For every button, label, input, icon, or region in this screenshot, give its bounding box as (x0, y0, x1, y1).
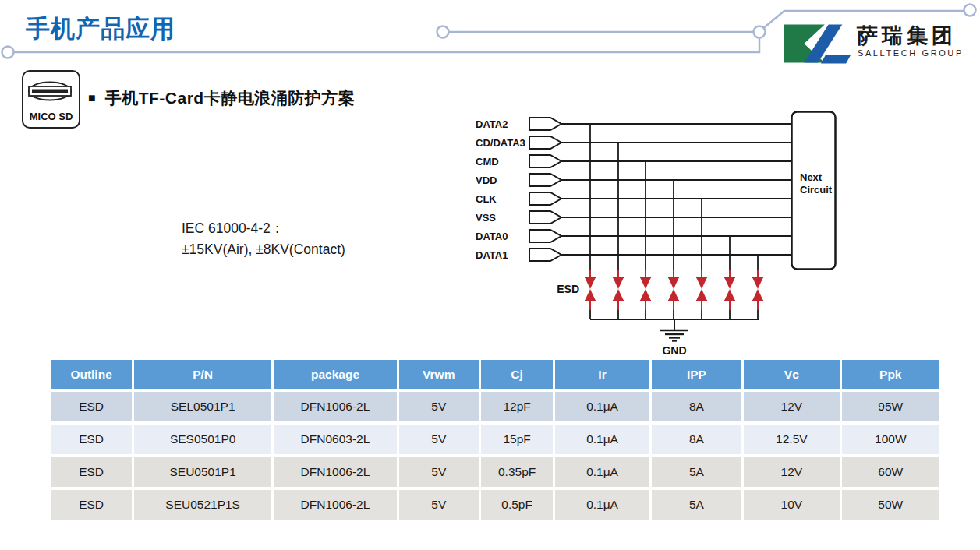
table-cell: 5A (652, 457, 745, 487)
table-cell: 10V (744, 490, 841, 520)
table-cell: SES0501P0 (134, 425, 274, 454)
esd-label: ESD (557, 283, 579, 295)
signal-label: DATA0 (476, 231, 508, 242)
table-header-cell: Ppk (842, 360, 939, 389)
table-header-cell: P/N (134, 360, 274, 389)
table-head: OutlineP/NpackageVrwmCjIrIPPVcPpk (51, 360, 939, 389)
signal-connector (529, 118, 561, 130)
tvs-diode-icon (585, 289, 596, 301)
sd-card-icon: MICO SD (22, 70, 80, 129)
table-cell: DFN1006-2L (274, 457, 399, 487)
table-cell: 5A (652, 490, 745, 520)
table-row: ESDSES0501P0DFN0603-2L5V15pF0.1μA8A12.5V… (51, 425, 939, 454)
tvs-diode-icon (696, 277, 707, 289)
table-cell: 12.5V (744, 425, 841, 454)
table-cell: 0.1μA (555, 392, 651, 421)
table-cell: SEL0501P1 (134, 392, 274, 421)
tvs-diode-icon (640, 277, 651, 289)
section-heading-row: ■ 手机TF-Card卡静电浪涌防护方案 (88, 87, 355, 109)
signal-label: VDD (476, 175, 497, 186)
table-cell: ESD (51, 457, 134, 487)
table-row: ESDSEL0501P1DFN1006-2L5V12pF0.1μA8A12V95… (51, 392, 939, 421)
table-cell: ESD (51, 490, 134, 520)
signal-label: CD/DATA3 (476, 137, 525, 149)
table-header-cell: Outline (51, 360, 134, 389)
logo-text-cn: 萨瑞集团 (857, 22, 957, 50)
table-cell: SEU0501P1 (134, 457, 274, 487)
table-cell: SEU0521P1S (134, 490, 274, 520)
section-heading: 手机TF-Card卡静电浪涌防护方案 (105, 87, 356, 109)
signal-label: CMD (476, 156, 499, 167)
circuit-diagram: DATA2CD/DATA3CMDVDDCLKVSSDATA0DATA1ESDGN… (468, 109, 850, 366)
table-header-cell: Cj (481, 360, 556, 389)
tvs-diode-icon (613, 277, 624, 289)
signal-connector (529, 136, 561, 149)
sd-card-label: MICO SD (23, 111, 79, 122)
table-row: ESDSEU0501P1DFN1006-2L5V0.35pF0.1μA5A12V… (51, 457, 939, 487)
signal-connector (529, 192, 561, 205)
tvs-diode-icon (640, 289, 651, 301)
table-cell: ESD (51, 425, 134, 454)
table-row: ESDSEU0521P1SDFN1006-2L5V0.5pF0.1μA5A10V… (51, 490, 939, 520)
table-cell: 12V (744, 392, 841, 421)
parts-table: OutlineP/NpackageVrwmCjIrIPPVcPpk ESDSEL… (51, 357, 939, 523)
tvs-diode-icon (696, 289, 707, 301)
page-title: 手机产品应用 (26, 12, 175, 45)
logo-text-en: SALLTECH GROUP (858, 48, 964, 58)
gnd-label: GND (662, 344, 686, 357)
tvs-diode-icon (724, 277, 735, 289)
company-logo: 萨瑞集团 SALLTECH GROUP (784, 20, 975, 65)
table-cell: 5V (399, 425, 481, 454)
signal-connector (529, 249, 561, 261)
logo-icon (784, 22, 852, 67)
table-cell: 0.35pF (481, 457, 556, 487)
table-cell: 100W (842, 425, 939, 454)
table-header-cell: package (274, 360, 399, 389)
table-header-cell: IPP (652, 360, 745, 389)
table-cell: 60W (842, 457, 939, 487)
table-cell: 95W (842, 392, 939, 421)
table-cell: 5V (399, 392, 481, 421)
table-cell: 8A (652, 425, 745, 454)
tvs-diode-icon (724, 289, 735, 301)
tvs-diode-icon (613, 289, 624, 301)
tvs-diode-icon (585, 277, 596, 289)
table-header-cell: Ir (555, 360, 651, 389)
signal-connector (529, 230, 561, 242)
next-circuit-label: Circuit (800, 184, 833, 196)
table-cell: DFN0603-2L (274, 425, 399, 454)
tvs-diode-icon (752, 277, 763, 289)
table-cell: 0.5pF (481, 490, 556, 520)
table-cell: 5V (399, 490, 481, 520)
signal-connector (529, 174, 561, 186)
table-cell: 0.1μA (555, 457, 651, 487)
table-header-cell: Vc (744, 360, 841, 389)
table-cell: 0.1μA (555, 490, 651, 520)
iec-line2: ±15KV(Air), ±8KV(Contact) (182, 239, 345, 260)
next-circuit-label: Next (800, 171, 823, 183)
iec-note: IEC 61000-4-2： ±15KV(Air), ±8KV(Contact) (182, 218, 345, 260)
signal-connector (529, 155, 561, 167)
tvs-diode-icon (668, 289, 679, 301)
signal-label: DATA2 (476, 118, 508, 130)
signal-label: CLK (476, 193, 497, 205)
signal-label: DATA1 (476, 249, 508, 261)
table-header-cell: Vrwm (399, 360, 481, 389)
table-cell: 0.1μA (555, 425, 651, 454)
table-body: ESDSEL0501P1DFN1006-2L5V12pF0.1μA8A12V95… (51, 392, 939, 520)
table-header-row: OutlineP/NpackageVrwmCjIrIPPVcPpk (51, 360, 939, 389)
signal-label: VSS (476, 212, 496, 224)
signal-connector (529, 211, 561, 224)
slide: 手机产品应用 萨瑞集团 SALLTECH GROUP MICO SD ■ 手机T… (0, 0, 980, 550)
table-cell: 12V (744, 457, 841, 487)
table-cell: DFN1006-2L (274, 392, 399, 421)
table-cell: 15pF (481, 425, 556, 454)
table-cell: DFN1006-2L (274, 490, 399, 520)
iec-line1: IEC 61000-4-2： (182, 218, 345, 239)
bullet-icon: ■ (88, 92, 96, 104)
tvs-diode-icon (668, 277, 679, 289)
table-cell: 8A (652, 392, 745, 421)
tvs-diode-icon (752, 289, 763, 301)
table-cell: ESD (51, 392, 134, 421)
table-cell: 5V (399, 457, 481, 487)
